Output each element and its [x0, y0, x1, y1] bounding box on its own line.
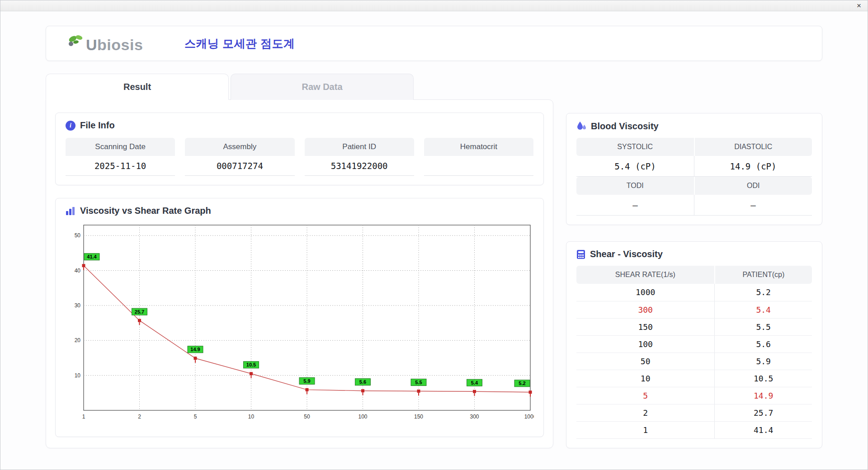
table-column-header: PATIENT(cp) [715, 266, 812, 284]
field-value [424, 156, 533, 176]
main-content: Ubiosis 스캐닝 모세관 점도계 Result Raw Data i Fi… [0, 11, 868, 448]
blood-viscosity-cell: DIASTOLIC [695, 138, 812, 156]
patient-viscosity-cell: 5.2 [715, 284, 812, 301]
table-row: 5 14.9 [576, 387, 812, 404]
table-row: 10 10.5 [576, 370, 812, 387]
file-info-header: i File Info [66, 120, 533, 131]
shear-viscosity-card: Shear - Viscosity SHEAR RATE(1/s)PATIENT… [566, 241, 822, 448]
shear-rate-cell: 150 [576, 318, 715, 335]
viscosity-chart: 10203040501251050100150300100041.425.714… [66, 221, 533, 428]
table-row: 150 5.5 [576, 318, 812, 335]
shear-rate-cell: 1000 [576, 284, 715, 301]
file-info-card: i File Info Scanning Date 2025-11-10 Ass… [55, 113, 544, 185]
table-header-row: SHEAR RATE(1/s)PATIENT(cp) [576, 266, 812, 284]
svg-text:2: 2 [138, 414, 141, 420]
tab-result[interactable]: Result [46, 74, 229, 100]
table-row: 1000 5.2 [576, 284, 812, 301]
table-row: 100 5.6 [576, 335, 812, 352]
table-row: 1 41.4 [576, 421, 812, 438]
svg-text:1000: 1000 [524, 414, 534, 420]
table-row: 300 5.4 [576, 301, 812, 318]
blood-viscosity-cell: TODI [576, 177, 695, 195]
field-label: Hematocrit [424, 138, 533, 156]
table-row: 50 5.9 [576, 352, 812, 370]
field-label: Scanning Date [66, 138, 175, 156]
svg-text:10: 10 [248, 414, 255, 420]
bar-chart-icon [66, 207, 75, 216]
svg-text:100: 100 [358, 414, 367, 420]
blood-viscosity-row: –– [576, 195, 812, 216]
svg-text:20: 20 [75, 337, 81, 343]
tab-raw-data[interactable]: Raw Data [231, 74, 414, 100]
patient-viscosity-cell: 10.5 [715, 370, 812, 387]
left-column: Result Raw Data i File Info Scanning Dat… [46, 74, 553, 448]
svg-text:150: 150 [414, 414, 423, 420]
svg-text:40: 40 [75, 268, 81, 274]
shear-viscosity-header: Shear - Viscosity [576, 249, 812, 259]
shear-rate-cell: 50 [576, 352, 715, 370]
shear-rate-cell: 5 [576, 387, 715, 404]
svg-text:50: 50 [304, 414, 310, 420]
blood-viscosity-cell: – [576, 195, 694, 216]
field-label: Patient ID [305, 138, 414, 156]
blood-viscosity-title: Blood Viscosity [591, 121, 659, 132]
field-value: 2025-11-10 [66, 156, 175, 176]
chart-svg: 10203040501251050100150300100041.425.714… [66, 221, 534, 426]
file-info-field: Patient ID 53141922000 [305, 138, 414, 176]
svg-text:5.5: 5.5 [415, 380, 422, 385]
file-info-field: Scanning Date 2025-11-10 [66, 138, 175, 176]
shear-rate-cell: 1 [576, 421, 715, 438]
title-bar: × [0, 0, 868, 11]
patient-viscosity-cell: 5.4 [715, 301, 812, 318]
app-logo: Ubiosis [67, 34, 163, 52]
close-icon[interactable]: × [857, 2, 861, 9]
svg-text:10.5: 10.5 [246, 362, 256, 367]
patient-viscosity-cell: 5.9 [715, 352, 812, 370]
page-title: 스캐닝 모세관 점도계 [184, 36, 295, 51]
svg-text:41.4: 41.4 [87, 254, 97, 259]
blood-viscosity-cell: 5.4 (cP) [576, 156, 694, 177]
file-info-field: Hematocrit [424, 138, 533, 176]
blood-viscosity-grid: SYSTOLICDIASTOLIC5.4 (cP)14.9 (cP)TODIOD… [576, 138, 812, 216]
field-label: Assembly [185, 138, 294, 156]
blood-viscosity-cell: 14.9 (cP) [694, 156, 812, 177]
field-value: 000717274 [185, 156, 294, 176]
file-info-title: File Info [80, 120, 115, 131]
header-card: Ubiosis 스캐닝 모세관 점도계 [46, 26, 822, 61]
svg-text:5: 5 [194, 414, 197, 420]
droplet-icon [576, 121, 586, 132]
graph-title: Viscosity vs Shear Rate Graph [80, 206, 211, 216]
patient-viscosity-cell: 14.9 [715, 387, 812, 404]
blood-viscosity-cell: ODI [695, 177, 812, 195]
svg-text:1: 1 [82, 414, 85, 420]
svg-text:5.9: 5.9 [303, 378, 310, 384]
blood-viscosity-row: 5.4 (cP)14.9 (cP) [576, 156, 812, 177]
svg-text:5.2: 5.2 [519, 381, 525, 386]
shear-rate-cell: 2 [576, 404, 715, 421]
logo-text: Ubiosis [86, 37, 143, 52]
calculator-icon [576, 249, 585, 259]
patient-viscosity-cell: 25.7 [715, 404, 812, 421]
blood-viscosity-card: Blood Viscosity SYSTOLICDIASTOLIC5.4 (cP… [566, 113, 822, 225]
info-icon: i [66, 121, 75, 131]
shear-viscosity-title: Shear - Viscosity [590, 249, 663, 259]
blood-viscosity-cell: SYSTOLIC [576, 138, 695, 156]
patient-viscosity-cell: 5.5 [715, 318, 812, 335]
table-column-header: SHEAR RATE(1/s) [576, 266, 715, 284]
graph-header: Viscosity vs Shear Rate Graph [66, 206, 533, 216]
svg-text:50: 50 [75, 232, 81, 239]
svg-text:5.6: 5.6 [359, 379, 366, 385]
file-info-fields: Scanning Date 2025-11-10 Assembly 000717… [66, 138, 533, 176]
blood-viscosity-row: TODIODI [576, 177, 812, 195]
file-info-field: Assembly 000717274 [185, 138, 294, 176]
table-row: 2 25.7 [576, 404, 812, 421]
logo-leaves-icon [67, 34, 86, 52]
right-column: Blood Viscosity SYSTOLICDIASTOLIC5.4 (cP… [566, 113, 822, 448]
tab-bar: Result Raw Data [46, 74, 553, 100]
shear-viscosity-table: SHEAR RATE(1/s)PATIENT(cp) 1000 5.2 300 … [576, 266, 812, 439]
main-row: Result Raw Data i File Info Scanning Dat… [46, 74, 822, 448]
shear-rate-cell: 300 [576, 301, 715, 318]
field-value: 53141922000 [305, 156, 414, 176]
shear-rate-cell: 100 [576, 335, 715, 352]
svg-text:5.4: 5.4 [471, 380, 478, 385]
